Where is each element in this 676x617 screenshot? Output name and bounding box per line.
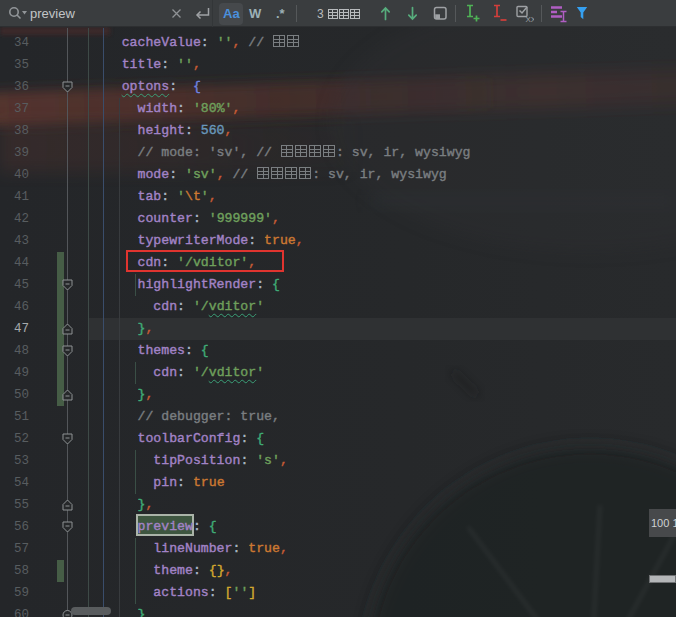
svg-text:XX: XX <box>526 15 535 24</box>
